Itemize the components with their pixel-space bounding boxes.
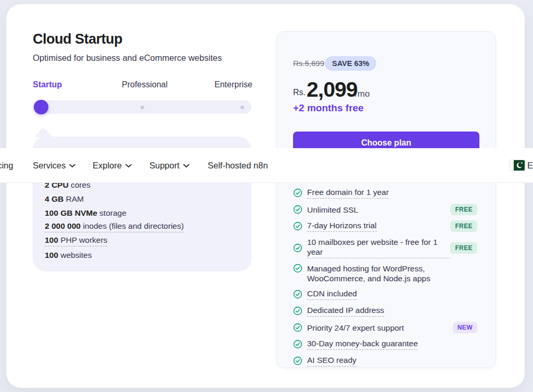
nav-item-label: Pricing	[0, 161, 13, 171]
free-badge: FREE	[450, 242, 477, 254]
spec-item-ram: 4 GB RAM	[45, 192, 184, 206]
feature-mailboxes: 10 mailboxes per website - free for 1 ye…	[293, 237, 477, 258]
check-circle-icon	[293, 188, 302, 198]
check-circle-icon	[293, 306, 302, 316]
check-circle-icon	[293, 339, 302, 349]
specs-list: 2 CPU cores 4 GB RAM 100 GB NVMe storage…	[45, 178, 184, 262]
nav-item-pricing[interactable]: Pricing	[0, 148, 13, 182]
tab-professional[interactable]: Professional	[122, 80, 168, 89]
spec-tooltip-trigger[interactable]: 100 PHP workers	[45, 236, 107, 246]
feature-priority-support: Priority 24/7 expert support NEW	[293, 322, 477, 333]
nav-item-support[interactable]: Support	[149, 148, 189, 182]
promo-months-free: +2 months free	[293, 102, 364, 114]
feature-horizons-trial: 7-day Horizons trial FREE	[293, 220, 477, 232]
tab-startup[interactable]: Startup	[33, 80, 62, 89]
spec-value: 2 000 000	[45, 221, 81, 230]
nav-item-label: Explore	[93, 161, 122, 171]
spec-value: 100	[45, 236, 58, 244]
language-label: EN	[527, 161, 533, 171]
feature-free-domain: Free domain for 1 year	[293, 187, 477, 199]
nav-item-label: Support	[149, 161, 180, 171]
old-price: Rs.5,699	[293, 59, 324, 68]
nav-item-label: Services	[33, 161, 66, 171]
chevron-down-icon	[125, 164, 132, 168]
feature-managed-hosting: Managed hosting for WordPress, WooCommer…	[293, 264, 477, 283]
feature-label: Priority 24/7 expert support	[307, 323, 404, 333]
check-circle-icon	[293, 323, 302, 332]
feature-tooltip-trigger[interactable]: Free domain for 1 year	[307, 187, 389, 199]
spec-item-inodes: 2 000 000 inodes (files and directories)	[45, 220, 184, 234]
feature-cdn: CDN included	[293, 289, 477, 300]
free-badge: FREE	[450, 220, 477, 232]
feature-tooltip-trigger[interactable]: CDN included	[307, 289, 357, 300]
feature-tooltip-trigger[interactable]: 10 mailboxes per website - free for 1 ye…	[307, 237, 450, 258]
features-list: Free domain for 1 year Unlimited SSL FRE…	[293, 187, 477, 372]
nav-item-self-hosted-n8n[interactable]: Self-hosted n8n	[208, 148, 268, 182]
chevron-down-icon	[69, 164, 75, 168]
chevron-down-icon	[183, 164, 189, 168]
spec-label: storage	[97, 208, 126, 217]
slider-dot-professional[interactable]	[141, 106, 144, 109]
feature-label: Unlimited SSL	[307, 205, 358, 215]
spec-value: 4 GB	[45, 194, 64, 203]
save-badge: SAVE 63%	[325, 56, 376, 71]
feature-label: Managed hosting for WordPress, WooCommer…	[307, 264, 473, 283]
spec-value: 100	[45, 251, 58, 259]
plan-slider-thumb[interactable]	[34, 100, 48, 114]
feature-ai-seo: AI SEO ready	[293, 355, 477, 367]
main-navbar: Pricing Services Explore Support Self-ho…	[0, 148, 533, 183]
feature-tooltip-trigger[interactable]: Dedicated IP address	[307, 305, 384, 317]
spec-value: 100 GB NVMe	[45, 208, 97, 217]
spec-label: websites	[58, 251, 92, 259]
check-circle-icon	[293, 205, 302, 214]
check-circle-icon	[293, 356, 302, 365]
check-circle-icon	[293, 290, 302, 299]
spec-label: PHP workers	[58, 236, 107, 244]
price-value: 2,099	[307, 77, 358, 102]
price-currency: Rs.	[293, 88, 306, 97]
language-picker[interactable]: EN	[510, 148, 533, 182]
spec-tooltip-trigger[interactable]: 2 000 000 inodes (files and directories)	[45, 221, 184, 232]
free-badge: FREE	[450, 204, 477, 215]
spec-label: inodes (files and directories)	[81, 221, 184, 230]
feature-tooltip-trigger[interactable]: 7-day Horizons trial	[307, 220, 377, 232]
spec-label: RAM	[64, 194, 84, 203]
feature-tooltip-trigger[interactable]: AI SEO ready	[307, 355, 357, 367]
nav-item-label: Self-hosted n8n	[208, 161, 268, 171]
spec-item-storage: 100 GB NVMe storage	[45, 206, 184, 220]
feature-dedicated-ip: Dedicated IP address	[293, 305, 477, 317]
page-subtitle: Optimised for business and eCommerce web…	[33, 53, 222, 63]
nav-item-explore[interactable]: Explore	[93, 148, 132, 182]
new-badge: NEW	[453, 322, 477, 333]
page-title: Cloud Startup	[33, 31, 122, 47]
check-circle-icon	[293, 243, 302, 253]
pakistan-flag-icon	[510, 160, 525, 171]
price-period: /mo	[355, 89, 370, 99]
nav-item-services[interactable]: Services	[33, 148, 75, 182]
slider-dot-enterprise[interactable]	[240, 106, 244, 109]
feature-unlimited-ssl: Unlimited SSL FREE	[293, 204, 477, 215]
spec-item-php-workers: 100 PHP workers	[45, 234, 184, 248]
check-circle-icon	[293, 264, 302, 273]
feature-tooltip-trigger[interactable]: 30-Day money-back guarantee	[307, 338, 418, 350]
check-circle-icon	[293, 221, 302, 231]
feature-money-back: 30-Day money-back guarantee	[293, 338, 477, 350]
spec-item-websites: 100 websites	[45, 248, 184, 262]
tab-enterprise[interactable]: Enterprise	[214, 80, 252, 89]
